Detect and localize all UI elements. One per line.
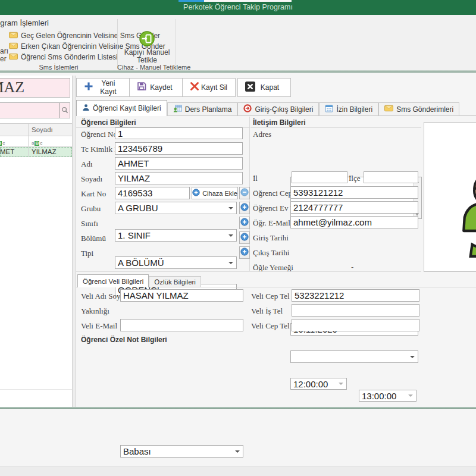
grid-selected-row[interactable]: AHMET YILMAZ	[0, 147, 72, 157]
tab-ders-planlama[interactable]: Ders Planlama	[167, 102, 238, 116]
ribbon-item-label: Öğrenci Sms Gönderim Listesi	[21, 53, 118, 61]
cikis-tarihi-label: Çıkış Tarihi	[253, 248, 289, 258]
tipi-add-button[interactable]	[239, 246, 250, 259]
ogrenci-no-field[interactable]: 1	[115, 127, 243, 139]
veli-adi-soyadi-field[interactable]: HASAN YILMAZ	[120, 289, 243, 302]
tab-giris-cikis-bilgileri[interactable]: Giriş-Çıkış Bilgileri	[237, 102, 319, 116]
soyadi-field[interactable]: YILMAZ	[115, 172, 243, 184]
ribbon-button-kapiyi-manuel-tetikle[interactable]: Kapıyı Manuel Tetikle	[122, 31, 172, 64]
student-search-box[interactable]	[0, 102, 70, 118]
grubu-label: Grubu	[81, 204, 101, 214]
ribbon-group-separator	[176, 19, 176, 69]
abc-filter-icon: aBc	[32, 141, 42, 146]
section-divider	[76, 271, 421, 272]
tab-izin-bilgileri[interactable]: İzin Bilgileri	[319, 102, 378, 116]
bolumu-combo[interactable]: A BÖLÜMÜ	[115, 256, 237, 269]
selected-student-name: YILMAZ	[0, 79, 24, 96]
cikis-tarihi-picker[interactable]	[290, 350, 418, 363]
lunch-end-spinner[interactable]: 13:00:00	[359, 390, 416, 402]
ogr-email-field[interactable]: ahmet@yilmaz.com	[290, 216, 418, 228]
sinifi-combo[interactable]: 1. SINIF	[115, 229, 237, 242]
spinner-down-icon	[408, 394, 413, 397]
grid-header-row[interactable]: Soyadı	[0, 123, 72, 136]
adi-field[interactable]: AHMET	[115, 157, 243, 170]
search-button[interactable]	[60, 103, 70, 118]
bolumu-add-button[interactable]	[239, 231, 250, 244]
yakinligi-combo[interactable]: Babası	[120, 445, 243, 458]
chevron-down-icon	[235, 450, 240, 453]
plus-circle-icon	[240, 203, 249, 214]
save-button[interactable]: Kaydet	[129, 78, 183, 97]
status-bar	[0, 466, 476, 476]
ribbon-item-sms-gonderim-listesi[interactable]: Öğrenci Sms Gönderim Listesi	[9, 52, 118, 62]
veli-is-tel-field[interactable]	[292, 304, 419, 317]
ogrenci-cep-tel-field[interactable]: 5393121212	[290, 186, 418, 199]
ribbon-button-label: Kapıyı Manuel Tetikle	[122, 49, 172, 64]
floppy-icon	[137, 82, 146, 93]
red-x-icon	[190, 82, 199, 93]
plus-circle-icon	[192, 189, 200, 198]
ilce-label: İlçe	[349, 174, 360, 183]
kart-no-field[interactable]: 4169533	[115, 187, 190, 199]
kart-no-label: Kart No	[81, 189, 106, 199]
delete-label: Kayıt Sil	[199, 83, 235, 92]
tipi-label: Tipi	[81, 249, 93, 258]
yakinligi-label: Yakınlığı	[81, 306, 109, 316]
il-field[interactable]	[292, 171, 347, 183]
close-button[interactable]: Kapat	[237, 78, 291, 97]
selected-student-header: YILMAZ	[0, 78, 70, 98]
plus-icon	[84, 82, 93, 93]
grid-header-adi[interactable]	[0, 124, 29, 136]
student-group-caption: Öğrenci Bilgileri	[81, 118, 136, 127]
form-bottom-edge	[0, 407, 476, 409]
ribbon-edge-fragment-1: arı	[0, 47, 8, 55]
door-trigger-icon	[139, 38, 155, 48]
chevron-down-icon	[228, 207, 233, 209]
ilce-field[interactable]	[364, 171, 418, 183]
student-avatar	[455, 165, 476, 261]
grid-filter-row[interactable]: aBc aBc	[0, 136, 72, 147]
sinifi-label: Sınıfı	[81, 219, 98, 228]
delete-record-button[interactable]: Kayıt Sil	[182, 78, 236, 97]
contact-group-caption-band: İletişim Bilgileri	[250, 117, 421, 128]
ribbon-tab-program-islemleri[interactable]: Program İşlemleri	[0, 18, 49, 27]
new-record-button[interactable]: Yeni Kayıt	[76, 78, 130, 97]
sinifi-add-button[interactable]	[239, 217, 250, 229]
lunch-time-separator: -	[351, 262, 353, 271]
new-record-label: Yeni Kayıt	[93, 79, 129, 96]
veli-email-field[interactable]	[120, 319, 243, 331]
ogr-email-label: Öğr. E-Mail	[253, 218, 290, 228]
veli-cep-tel-field[interactable]: 5323221212	[292, 289, 419, 302]
close-label: Kapat	[255, 83, 290, 92]
left-panel-divider	[0, 389, 72, 390]
plus-circle-icon	[240, 233, 249, 243]
grid-header-soyadi[interactable]: Soyadı	[29, 124, 72, 136]
lunch-start-spinner[interactable]: 12:00:00	[290, 378, 347, 390]
schedule-table-icon	[173, 104, 182, 114]
il-label: İl	[253, 174, 258, 183]
grubu-combo[interactable]: A GRUBU	[115, 202, 237, 214]
window-title: Perkotek Öğrenci Takip Programı	[0, 0, 476, 15]
tab-ozluk-bilgileri[interactable]: Özlük Bilgileri	[149, 276, 201, 287]
cihaza-ekle-button[interactable]: Cihaza Ekle	[192, 187, 238, 199]
grubu-add-button[interactable]	[239, 202, 250, 214]
tab-ogrenci-veli-bilgileri[interactable]: Öğrenci Veli Bilgileri	[77, 274, 149, 287]
bolumu-label: Bölümü	[81, 234, 106, 243]
student-group-caption-band: Öğrenci Bilgileri	[76, 117, 249, 128]
kart-remove-button[interactable]	[239, 187, 250, 199]
search-icon	[61, 105, 68, 116]
tab-ogrenci-kayit-bilgileri[interactable]: Öğrenci Kayıt Bilgileri	[76, 100, 167, 116]
person-icon	[82, 104, 90, 113]
ogrenci-ev-tel-field[interactable]: 2124777777	[290, 201, 418, 214]
spinner-down-icon	[339, 383, 343, 385]
tc-kimlik-field[interactable]: 123456789	[115, 142, 243, 155]
tab-label: İzin Bilgileri	[336, 105, 372, 114]
veli-cep-tel2-field[interactable]	[292, 319, 419, 331]
student-photo-box[interactable]	[424, 122, 476, 272]
soyadi-label: Soyadı	[81, 174, 102, 184]
ribbon-group-separator	[117, 19, 118, 69]
tab-sms-gonderimleri[interactable]: Sms Gönderimleri	[378, 102, 459, 116]
panel-splitter[interactable]	[72, 76, 76, 407]
grid-cell-soyadi: YILMAZ	[29, 147, 72, 156]
veli-email-label: Veli E-Mail	[81, 321, 117, 331]
